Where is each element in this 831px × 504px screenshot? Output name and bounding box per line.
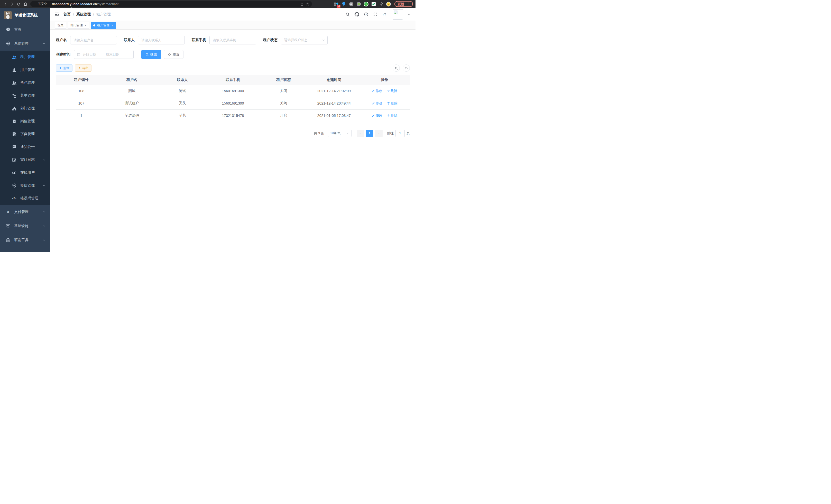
breadcrumb-home[interactable]: 首页	[63, 12, 71, 17]
tag-dept[interactable]: 部门管理	[68, 22, 89, 29]
browser-menu-icon[interactable]	[406, 2, 410, 6]
sidebar-item-home[interactable]: 首页	[0, 22, 50, 36]
browser-forward-icon[interactable]	[9, 1, 16, 7]
next-page-button[interactable]	[375, 130, 382, 137]
tag-tenant[interactable]: 租户管理	[91, 22, 116, 29]
sidebar-fold-icon[interactable]	[54, 12, 59, 17]
trash-icon	[387, 89, 390, 92]
extension-balloon-icon[interactable]	[341, 2, 346, 7]
sidebar: 芋道管理系统 首页 系统管理 租户管理 用户管理	[0, 8, 50, 252]
browser-back-icon[interactable]	[2, 1, 9, 7]
toggle-search-button[interactable]	[393, 64, 400, 72]
extension-y-icon[interactable]	[364, 2, 369, 7]
bookmark-star-icon[interactable]	[305, 1, 310, 7]
delete-button[interactable]: 删除	[387, 89, 398, 93]
edit-button[interactable]: 修改	[372, 89, 382, 93]
plus-icon	[59, 67, 62, 69]
refresh-table-button[interactable]	[403, 64, 410, 72]
browser-home-icon[interactable]	[22, 1, 29, 7]
browser-update-button[interactable]: 更新	[395, 1, 413, 7]
share-icon[interactable]	[299, 1, 305, 7]
tenant-name-input[interactable]	[70, 36, 117, 45]
search-icon[interactable]	[345, 12, 350, 17]
breadcrumb-system[interactable]: 系统管理	[76, 12, 91, 17]
extension-tabs-icon[interactable]: 10	[334, 2, 339, 7]
table-row: 107 测试租户 秃头 15601691300 关闭 2021-12-14 20…	[56, 97, 410, 110]
page-content: 租户名 联系人 联系手机 租户状态 请选择租户状态	[50, 30, 416, 252]
goto-page-input[interactable]	[396, 130, 405, 137]
sidebar-item-role[interactable]: 角色管理	[0, 76, 50, 89]
extension-command-icon[interactable]	[349, 2, 354, 7]
sidebar-item-online-user[interactable]: 在线用户	[0, 166, 50, 179]
sidebar-item-dept[interactable]: 部门管理	[0, 102, 50, 115]
contact-label: 联系人	[124, 38, 135, 42]
page-1-button[interactable]: 1	[366, 130, 373, 137]
export-button[interactable]: 导出	[75, 64, 91, 72]
code-icon: </>	[12, 197, 17, 200]
search-icon	[145, 53, 149, 56]
add-button[interactable]: 新增	[56, 64, 73, 72]
status-select[interactable]: 请选择租户状态	[281, 36, 327, 45]
tenant-name-field: 租户名	[56, 36, 117, 45]
user-avatar[interactable]	[393, 9, 403, 20]
goto-page: 前往 页	[387, 130, 410, 137]
chevron-down-icon	[42, 210, 46, 213]
help-question-icon[interactable]	[364, 12, 369, 17]
close-icon[interactable]	[85, 24, 86, 27]
tag-home[interactable]: 首页	[55, 22, 66, 29]
edit-button[interactable]: 修改	[372, 101, 382, 106]
refresh-icon	[168, 53, 171, 56]
trash-icon	[387, 102, 390, 105]
sidebar-item-audit-log[interactable]: 审计日志	[0, 153, 50, 166]
reset-button[interactable]: 重置	[164, 50, 183, 59]
table-header-row: 租户编号 租户名 联系人 联系手机 租户状态 创建时间 操作	[56, 75, 410, 85]
extension-record-icon[interactable]	[356, 2, 361, 7]
sidebar-item-tenant[interactable]: 租户管理	[0, 51, 50, 63]
contact-input[interactable]	[138, 36, 185, 45]
font-size-icon[interactable]	[382, 12, 387, 17]
end-date-placeholder: 结束日期	[106, 52, 119, 57]
delete-button[interactable]: 删除	[387, 113, 398, 118]
pencil-icon	[372, 89, 375, 92]
mobile-input[interactable]	[209, 36, 256, 45]
url-bar[interactable]: 不安全 dashboard.yudao.iocoder.cn/system/te…	[30, 1, 312, 7]
sidebar-item-post[interactable]: 岗位管理	[0, 115, 50, 128]
refresh-icon	[405, 66, 408, 70]
edit-button[interactable]: 修改	[372, 113, 382, 118]
sidebar-item-error-code[interactable]: </> 错误码管理	[0, 192, 50, 205]
sidebar-item-notice[interactable]: 通知公告	[0, 141, 50, 153]
delete-button[interactable]: 删除	[387, 101, 398, 106]
status-field: 租户状态 请选择租户状态	[263, 36, 327, 45]
profile-avatar-icon[interactable]	[386, 2, 391, 7]
security-warning-icon[interactable]	[33, 2, 36, 6]
github-icon[interactable]	[354, 12, 359, 17]
trash-icon	[387, 114, 390, 117]
sidebar-item-user[interactable]: 用户管理	[0, 63, 50, 76]
sidebar-item-sms[interactable]: 短信管理	[0, 179, 50, 192]
sidebar-item-dict[interactable]: 字典管理	[0, 128, 50, 141]
date-range-picker[interactable]: 开始日期 - 结束日期	[74, 50, 134, 59]
sidebar-menu: 首页 系统管理 租户管理 用户管理 角色管理	[0, 22, 50, 247]
col-mobile: 联系手机	[208, 75, 258, 85]
chevron-down-icon	[42, 224, 46, 228]
col-contact: 联系人	[157, 75, 208, 85]
fullscreen-icon[interactable]	[373, 12, 378, 17]
status-badge: 关闭	[258, 97, 309, 110]
mobile-label: 联系手机	[192, 38, 206, 42]
search-button[interactable]: 搜索	[141, 50, 161, 59]
sidebar-item-dev-tools[interactable]: 研发工具	[0, 233, 50, 247]
app-logo[interactable]: 芋道管理系统	[0, 8, 50, 22]
sidebar-item-pay[interactable]: ¥ 支付管理	[0, 205, 50, 219]
extension-chat-icon[interactable]	[371, 2, 376, 7]
sidebar-item-system[interactable]: 系统管理	[0, 36, 50, 51]
avatar-caret-down-icon[interactable]	[407, 13, 410, 16]
close-icon[interactable]	[111, 24, 113, 27]
prev-page-button[interactable]	[357, 130, 364, 137]
sidebar-item-infra[interactable]: 基础设施	[0, 219, 50, 233]
browser-reload-icon[interactable]	[16, 1, 22, 7]
sidebar-item-menu[interactable]: 菜单管理	[0, 89, 50, 102]
page-unit-label: 页	[406, 131, 410, 136]
yen-icon: ¥	[6, 210, 10, 214]
page-size-select[interactable]: 10条/页	[328, 130, 351, 137]
extensions-puzzle-icon[interactable]	[378, 2, 384, 7]
